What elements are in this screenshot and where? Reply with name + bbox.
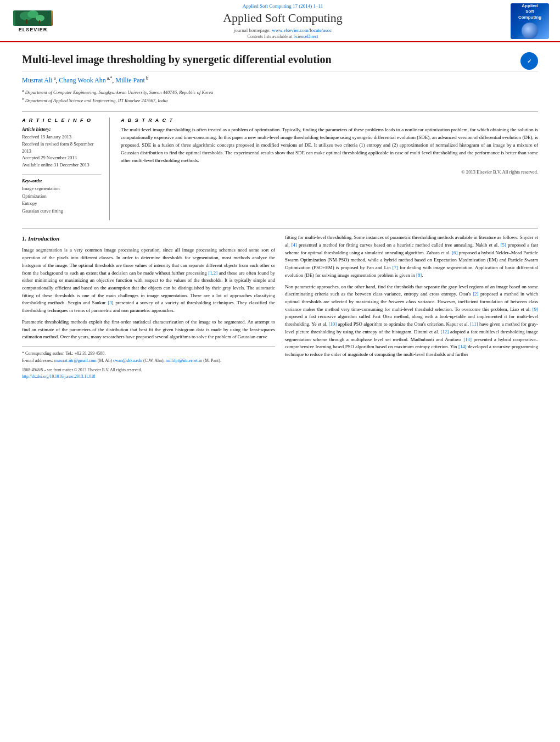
article-info: A R T I C L E I N F O Article history: R… [22, 118, 110, 220]
journal-logo-box: AppliedSoftComputing [511, 3, 549, 39]
journal-title: Applied Soft Computing [66, 11, 500, 25]
section1-heading: 1. Introduction [22, 234, 275, 243]
elsevier-logo: ELSEVIER [11, 10, 55, 32]
body-col-left: 1. Introduction Image segmentation is a … [22, 234, 275, 380]
body-columns: 1. Introduction Image segmentation is a … [22, 228, 538, 380]
paper-title-section: ✓ Multi-level image thresholding by syne… [22, 52, 538, 71]
available: Available online 31 December 2013 [22, 161, 102, 169]
authors-line: Musrrat Ali a, Chang Wook Ahn a,*, Milli… [22, 76, 538, 85]
kw-image-segmentation: Image segmentation [22, 185, 102, 193]
doi-link[interactable]: http://dx.doi.org/10.1016/j.asoc.2013.11… [22, 374, 96, 379]
paper-content: ✓ Multi-level image thresholding by syne… [0, 42, 560, 391]
ref-3[interactable]: [3] [108, 300, 113, 305]
article-history-label: Article history: [22, 126, 102, 132]
journal-homepage: journal homepage: www.elsevier.com/locat… [66, 27, 500, 33]
accepted: Accepted 29 November 2013 [22, 154, 102, 161]
sup-a: a [53, 76, 56, 81]
sup-b: a,* [106, 76, 113, 81]
body-left-p1: Image segmentation is a very common imag… [22, 247, 275, 314]
body-right-p2: Non-parametric approaches, on the other … [285, 283, 538, 359]
elsevier-logo-image [13, 10, 53, 26]
ref-10[interactable]: [10] [329, 321, 337, 327]
kw-entropy: Entropy [22, 200, 102, 208]
abstract-heading: A B S T R A C T [121, 118, 538, 123]
ref-13[interactable]: [13] [463, 337, 472, 342]
article-history: Article history: Received 15 January 201… [22, 126, 102, 169]
ref-6[interactable]: [6] [452, 250, 457, 255]
ref-5[interactable]: [5] [501, 242, 506, 248]
email2-link[interactable]: cwan@skku.edu [113, 358, 142, 363]
copyright: © 2013 Elsevier B.V. All rights reserved… [121, 169, 538, 175]
affiliations: a Department of Computer Engineering, Su… [22, 88, 538, 104]
journal-header: ELSEVIER Applied Soft Computing 17 (2014… [0, 0, 560, 42]
crossmark-badge: ✓ [520, 52, 538, 70]
author-pant: Millie Pant [115, 76, 145, 84]
logo-circle-decoration [522, 23, 538, 39]
footnote-emails: E-mail addresses: musrrat.iitr@gmail.com… [22, 358, 275, 365]
body-left-p2: Parametric thresholding methods exploit … [22, 319, 275, 341]
email1-name: (M. Ali) [98, 358, 112, 363]
kw-optimization: Optimization [22, 193, 102, 200]
email2-name: (C.W. Ahn), [143, 358, 165, 363]
body-col-right: fitting for multi-level thresholding. So… [285, 234, 538, 380]
homepage-link[interactable]: www.elsevier.com/locate/asoc [272, 27, 332, 33]
kw-gaussian: Gaussian curve fitting [22, 208, 102, 215]
article-info-heading: A R T I C L E I N F O [22, 118, 102, 123]
contents-available: Contents lists available at ScienceDirec… [66, 34, 500, 39]
ref-1-2[interactable]: [1,2] [208, 270, 217, 276]
article-body: A R T I C L E I N F O Article history: R… [22, 111, 538, 220]
ref-4[interactable]: [4] [292, 242, 297, 248]
doi-line: http://dx.doi.org/10.1016/j.asoc.2013.11… [22, 373, 275, 381]
abstract-text: The multi-level image thresholding is of… [121, 126, 538, 165]
ref-2b[interactable]: [2] [473, 291, 478, 297]
ref-14[interactable]: [14] [458, 344, 467, 349]
svg-rect-5 [39, 20, 40, 24]
received1: Received 15 January 2013 [22, 133, 102, 141]
affil-sup-b: b [22, 97, 24, 101]
received2: Received in revised form 8 September 201… [22, 141, 102, 155]
author-ahn: Chang Wook Ahn [59, 76, 105, 84]
ref-11[interactable]: [11] [470, 321, 478, 327]
ref-8[interactable]: [8] [416, 272, 422, 278]
paper-title-text: Multi-level image thresholding by synerg… [22, 53, 332, 65]
email3-name: (M. Pant). [203, 358, 221, 363]
email1-link[interactable]: musrrat.iitr@gmail.com [54, 358, 97, 363]
ref-7[interactable]: [7] [393, 265, 398, 270]
elsevier-wordmark: ELSEVIER [19, 27, 48, 32]
journal-reference: Applied Soft Computing 17 (2014) 1–11 [66, 3, 500, 9]
issn-line: 1568-4946/$ – see front matter © 2013 El… [22, 367, 275, 373]
affil-a-text: Department of Computer Engineering, Sung… [25, 90, 214, 95]
svg-rect-3 [26, 19, 27, 24]
keywords-section: Keywords: Image segmentation Optimizatio… [22, 178, 102, 215]
email-label: E-mail addresses: [22, 358, 53, 363]
footnote-star: * Corresponding author. Tel.: +82 31 299… [22, 350, 275, 358]
footnotes: * Corresponding author. Tel.: +82 31 299… [22, 347, 275, 380]
affil-b-text: Department of Applied Science and Engine… [25, 97, 168, 103]
abstract-column: A B S T R A C T The multi-level image th… [121, 118, 538, 220]
body-right-p1: fitting for multi-level thresholding. So… [285, 234, 538, 279]
ref-12[interactable]: [12] [441, 329, 449, 334]
email3-link[interactable]: millifpt@iitr.ernet.in [166, 358, 202, 363]
affil-sup-a: a [22, 88, 24, 93]
author-ali: Musrrat Ali [22, 76, 53, 84]
ref-9[interactable]: [9] [533, 306, 538, 312]
header-center: Applied Soft Computing 17 (2014) 1–11 Ap… [55, 3, 511, 39]
keywords-label: Keywords: [22, 178, 102, 183]
sup-c: b [145, 76, 148, 81]
keywords-list: Image segmentation Optimization Entropy … [22, 185, 102, 215]
